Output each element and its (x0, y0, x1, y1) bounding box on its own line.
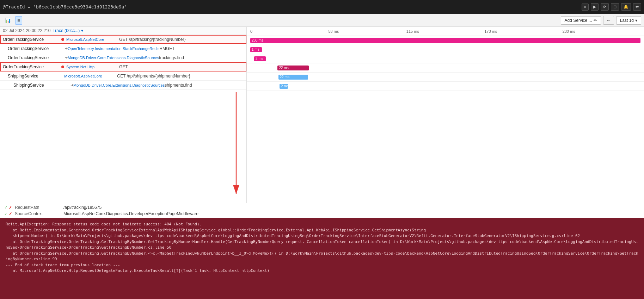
time-range-selector[interactable]: Last 1d ▾ (616, 16, 641, 25)
list-view-button[interactable]: ≡ (15, 16, 22, 25)
span-arrow: ➜ (70, 83, 73, 87)
table-row[interactable]: ShippingService ➜ MongoDB.Driver.Core.Ex… (0, 81, 246, 90)
span-lib: System.Net.Http (66, 65, 119, 69)
tick-4: 230 ms (563, 29, 640, 33)
span-bar: 2 ms (254, 56, 266, 61)
span-bar: 1 ms (250, 47, 262, 52)
main-content: 02 Jul 2024 20:00:22.210 Trace (b6cc...)… (0, 27, 644, 299)
span-service: ShippingService (8, 74, 64, 79)
bar-container: 288 ms (250, 38, 640, 43)
check-red-icon: ✗ (9, 205, 12, 210)
trace-date: 02 Jul 2024 20:00:22.210 (3, 28, 50, 33)
query-text: @TraceId = 'b6cec1cbb76cce3e9394c1d91223… (3, 4, 127, 10)
table-row[interactable]: OrderTrackingService ➜ OpenTelemetry.Ins… (0, 44, 246, 53)
table-row[interactable]: ShippingService Microsoft.AspNetCore GET… (0, 71, 246, 81)
error-line-3: shipmentNumber) in D:\Work\Main\Projects… (6, 233, 638, 239)
span-op: GET (119, 64, 128, 69)
bar-container: 22 ms (250, 74, 640, 80)
run-button[interactable]: ▶ (591, 3, 599, 11)
span-bar: 22 ms (277, 66, 309, 70)
properties-section: ✓ ✗ RequestPath /api/tracking/185675 ✓ ✗… (0, 203, 644, 218)
add-service-button[interactable]: Add Service ... ✏ (561, 16, 601, 25)
span-arrow: ➜ (65, 46, 68, 50)
timeline-header: 0 58 ms 115 ms 173 ms 230 ms (247, 27, 644, 36)
span-lib: Microsoft.AspNetCore (64, 74, 117, 78)
grid-button[interactable]: ⊞ (611, 3, 619, 11)
top-bar-actions: × ▶ ⟳ ⊞ 🔔 ⇌ (582, 3, 641, 11)
prop-key: SourceContext (15, 211, 61, 216)
table-row[interactable]: OrderTrackingService Microsoft.AspNetCor… (0, 35, 246, 44)
bar-container: 22 ms (250, 65, 640, 71)
dropdown-icon: ▾ (635, 18, 637, 23)
check-red-icon: ✗ (9, 212, 12, 216)
error-line-6: --- End of stack trace from previous loc… (6, 262, 638, 268)
span-op: GET /api/tracking/{trackingNumber} (119, 37, 186, 42)
tick-1: 58 ms (328, 29, 406, 33)
table-row[interactable]: OrderTrackingService ➜ MongoDB.Driver.Co… (0, 53, 246, 62)
span-service: OrderTrackingService (3, 37, 59, 42)
span-error-dot (61, 66, 64, 68)
timeline-row: 288 ms (247, 36, 644, 45)
error-line-4: at OrderTrackingService.OrderTracking.Ge… (6, 239, 638, 251)
span-service: OrderTrackingService (8, 46, 64, 51)
close-button[interactable]: × (582, 4, 589, 11)
prop-checks: ✓ ✗ (4, 205, 12, 210)
bell-button[interactable]: 🔔 (621, 3, 631, 11)
error-box: Refit.ApiException: Response status code… (0, 218, 644, 299)
check-green-icon: ✓ (4, 212, 7, 216)
table-row[interactable]: OrderTrackingService System.Net.Http GET (0, 62, 246, 71)
timeline-row: 1 ms (247, 45, 644, 54)
span-bar: 2 ms (280, 84, 288, 89)
bar-label: 2 ms (281, 84, 288, 88)
bar-container: 1 ms (250, 47, 640, 52)
bar-label: 1 ms (252, 48, 259, 51)
span-service: ShippingService (13, 83, 70, 88)
span-lib: MongoDB.Driver.Core.Extensions.Diagnosti… (73, 83, 165, 87)
trace-id[interactable]: Trace (b6cc...) ▾ (53, 28, 83, 33)
refresh-button[interactable]: ⟳ (601, 3, 609, 11)
prop-val: Microsoft.AspNetCore.Diagnostics.Develop… (63, 211, 198, 216)
share-button[interactable]: ⇌ (633, 3, 641, 11)
span-op: trackings.find (159, 55, 184, 60)
span-bar: 288 ms (250, 38, 640, 43)
prop-checks: ✓ ✗ (4, 212, 12, 216)
nav-back-button[interactable]: ← (603, 16, 614, 25)
timeline-row: 2 ms (247, 54, 644, 63)
error-line-2: at Refit.Implementation.Generated.OrderT… (6, 228, 638, 233)
bar-label: 288 ms (252, 38, 263, 42)
span-op: shipments.find (165, 83, 192, 88)
prop-val: /api/tracking/185675 (63, 205, 102, 210)
timeline-row: 22 ms (247, 63, 644, 73)
top-bar: @TraceId = 'b6cec1cbb76cce3e9394c1d91223… (0, 0, 644, 14)
timeline-row: 22 ms (247, 73, 644, 82)
timeline-row: 2 ms (247, 82, 644, 91)
error-line-1: Refit.ApiException: Response status code… (6, 222, 638, 228)
span-lib: Microsoft.AspNetCore (66, 37, 119, 42)
timeline-ticks: 0 58 ms 115 ms 173 ms 230 ms (247, 29, 644, 33)
span-service: OrderTrackingService (8, 55, 64, 60)
prop-row: ✓ ✗ RequestPath /api/tracking/185675 (4, 204, 640, 211)
bar-container: 2 ms (250, 83, 640, 89)
bar-chart-button[interactable]: 📊 (3, 16, 13, 25)
tick-0: 0 (250, 29, 328, 33)
error-line-5: at OrderTrackingService.OrderTracking.Ge… (6, 251, 638, 262)
add-service-label: Add Service ... (565, 18, 592, 23)
span-error-dot (61, 38, 64, 41)
span-op: GET /api/shipments/{shipmentNumber} (117, 74, 190, 79)
bottom-overlay: ✓ ✗ RequestPath /api/tracking/185675 ✓ ✗… (0, 203, 644, 299)
span-op: HMGET (159, 46, 174, 51)
bar-label: 22 ms (279, 66, 288, 70)
span-lib: OpenTelemetry.Instrumentation.StackExcha… (68, 46, 159, 51)
prop-key: RequestPath (15, 205, 61, 210)
check-green-icon: ✓ (4, 205, 7, 210)
last-label: Last 1d (620, 18, 634, 23)
tick-3: 173 ms (484, 29, 562, 33)
trace-header: 02 Jul 2024 20:00:22.210 Trace (b6cc...)… (0, 27, 246, 35)
toolbar: 📊 ≡ Add Service ... ✏ ← Last 1d ▾ (0, 14, 644, 27)
tick-2: 115 ms (406, 29, 484, 33)
edit-icon: ✏ (594, 18, 597, 23)
span-lib: MongoDB.Driver.Core.Extensions.Diagnosti… (68, 56, 159, 60)
bar-label: 2 ms (256, 57, 263, 61)
error-line-7: at Microsoft.AspNetCore.Http.RequestDele… (6, 268, 638, 274)
query-display: @TraceId = 'b6cec1cbb76cce3e9394c1d91223… (3, 4, 582, 10)
